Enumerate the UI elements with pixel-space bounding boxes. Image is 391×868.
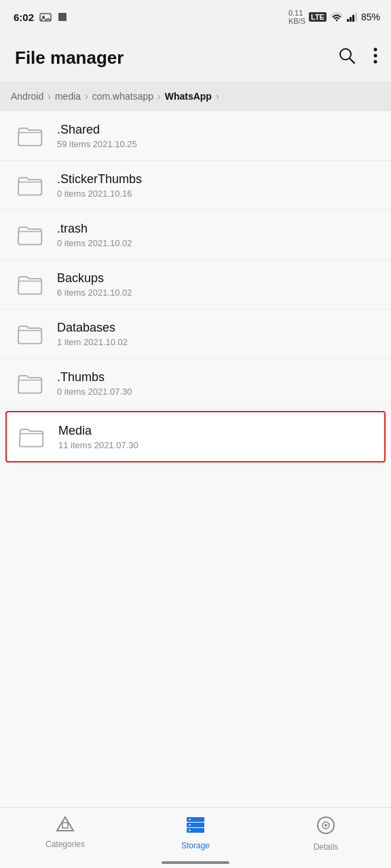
folder-name: Media	[58, 424, 138, 438]
header-actions	[335, 44, 380, 71]
folder-name: .Thumbs	[57, 370, 132, 384]
folder-info: .Thumbs 0 items 2021.07.30	[57, 370, 132, 397]
storage-svg	[185, 816, 206, 833]
folder-icon	[14, 220, 46, 250]
svg-line-8	[350, 58, 354, 63]
nav-storage[interactable]: Storage	[130, 816, 261, 850]
folder-meta: 0 items 2021.10.02	[57, 238, 132, 248]
breadcrumb-item-com.whatsapp[interactable]: com.whatsapp	[92, 91, 153, 102]
svg-rect-5	[352, 15, 354, 22]
svg-point-22	[324, 824, 327, 827]
header: File manager	[0, 34, 391, 81]
folder-info: .trash 0 items 2021.10.02	[57, 222, 132, 248]
signal-icon	[347, 12, 358, 22]
bottom-nav: Categories Storage Details	[0, 807, 391, 868]
breadcrumb-end-arrow: ›	[216, 91, 219, 102]
breadcrumb-item-whatsapp: WhatsApp	[165, 91, 212, 102]
search-button[interactable]	[335, 44, 358, 71]
folder-svg	[16, 222, 43, 247]
folder-meta: 6 items 2021.10.02	[57, 288, 132, 298]
svg-rect-13	[62, 823, 68, 828]
folder-icon	[14, 368, 46, 398]
folder-item-shared[interactable]: .Shared 59 items 2021.10.25	[0, 111, 391, 161]
breadcrumb-item-android[interactable]: Android	[11, 91, 43, 102]
svg-rect-2	[58, 13, 67, 21]
folder-icon	[14, 269, 46, 299]
folder-info: .StickerThumbs 0 items 2021.10.16	[57, 172, 142, 199]
folder-icon	[14, 121, 46, 151]
details-icon	[316, 816, 335, 839]
svg-point-10	[374, 54, 377, 58]
battery-display: 85%	[361, 12, 380, 22]
categories-icon	[56, 816, 75, 836]
folder-item-backups[interactable]: Backups 6 items 2021.10.02	[0, 260, 391, 309]
folder-info: .Shared 59 items 2021.10.25	[57, 123, 137, 149]
details-label: Details	[314, 842, 339, 852]
search-icon	[338, 47, 356, 64]
breadcrumb-separator: ›	[85, 91, 88, 102]
folder-item-thumbs[interactable]: .Thumbs 0 items 2021.07.30	[0, 359, 391, 408]
folder-svg	[18, 425, 45, 449]
folder-info: Media 11 items 2021.07.30	[58, 424, 138, 450]
folder-icon	[14, 319, 46, 349]
folder-info: Databases 1 item 2021.10.02	[57, 321, 128, 347]
folder-svg	[16, 321, 43, 346]
time-display: 6:02	[14, 12, 34, 23]
folder-icon	[14, 170, 46, 200]
folder-name: Databases	[57, 321, 128, 335]
breadcrumb-separator: ›	[157, 91, 161, 102]
svg-rect-4	[350, 17, 352, 22]
nav-details[interactable]: Details	[261, 816, 391, 852]
folder-meta: 11 items 2021.07.30	[58, 440, 138, 450]
details-svg	[316, 816, 335, 835]
folder-meta: 0 items 2021.10.16	[57, 189, 142, 199]
folder-item-stickerthumbs[interactable]: .StickerThumbs 0 items 2021.10.16	[0, 161, 391, 210]
lte-badge: LTE	[309, 12, 327, 22]
nav-categories[interactable]: Categories	[0, 816, 130, 849]
svg-point-9	[374, 48, 377, 52]
folder-name: .StickerThumbs	[57, 172, 142, 186]
folder-meta: 59 items 2021.10.25	[57, 139, 137, 149]
breadcrumb-separator: ›	[48, 91, 51, 102]
folder-svg	[16, 123, 43, 148]
wifi-icon	[330, 12, 343, 22]
categories-label: Categories	[45, 840, 85, 849]
breadcrumb: Android›media›com.whatsapp›WhatsApp›	[0, 81, 391, 111]
folder-icon	[15, 422, 48, 452]
photo-icon	[39, 12, 52, 22]
breadcrumb-item-media[interactable]: media	[55, 91, 81, 102]
folder-name: .trash	[57, 222, 132, 236]
categories-svg	[56, 816, 75, 832]
svg-rect-3	[347, 19, 349, 22]
more-options-button[interactable]	[371, 45, 380, 71]
svg-point-11	[374, 60, 377, 64]
svg-marker-12	[57, 817, 73, 831]
storage-icon	[185, 816, 206, 837]
page-title: File manager	[15, 47, 124, 68]
square-icon	[57, 12, 68, 22]
folder-info: Backups 6 items 2021.10.02	[57, 271, 132, 298]
folder-svg	[16, 272, 43, 296]
folder-name: .Shared	[57, 123, 137, 137]
folder-meta: 1 item 2021.10.02	[57, 337, 128, 347]
folder-item-trash[interactable]: .trash 0 items 2021.10.02	[0, 210, 391, 260]
more-icon	[373, 47, 377, 64]
data-speed: 0.11KB/S	[288, 9, 305, 25]
folder-name: Backups	[57, 271, 132, 285]
folder-meta: 0 items 2021.07.30	[57, 387, 132, 397]
status-time: 6:02	[14, 12, 68, 23]
svg-rect-6	[355, 13, 357, 22]
folder-svg	[16, 371, 43, 395]
folder-svg	[16, 173, 43, 197]
status-bar: 6:02 0.11KB/S LTE 85%	[0, 0, 391, 34]
status-indicators: 0.11KB/S LTE 85%	[288, 9, 380, 25]
file-list: .Shared 59 items 2021.10.25 .StickerThum…	[0, 111, 391, 807]
folder-item-media[interactable]: Media 11 items 2021.07.30	[5, 411, 386, 462]
home-indicator	[162, 861, 229, 864]
storage-label: Storage	[181, 841, 210, 850]
folder-item-databases[interactable]: Databases 1 item 2021.10.02	[0, 309, 391, 359]
